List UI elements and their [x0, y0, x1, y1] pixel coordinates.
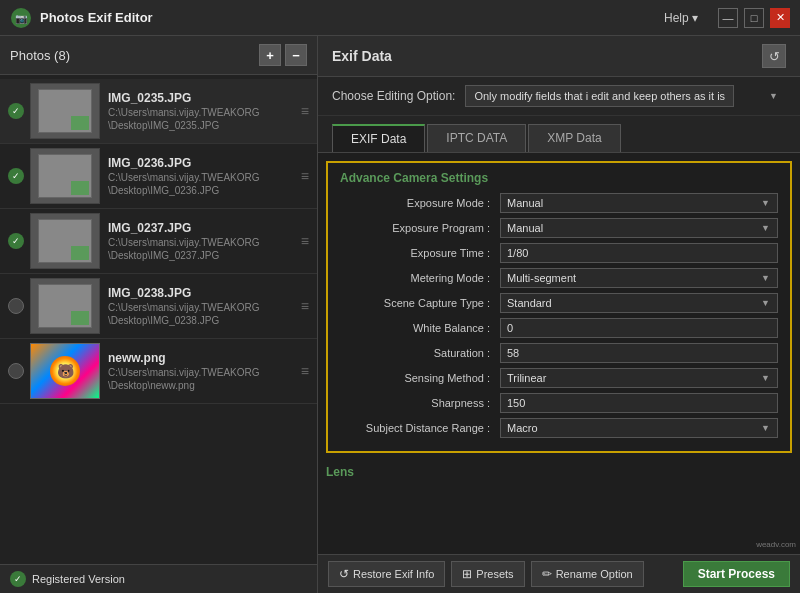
exif-content: Advance Camera Settings Exposure Mode : …	[318, 153, 800, 554]
photo-checkbox[interactable]: ✓	[8, 168, 24, 184]
main-container: Photos (8) + − ✓ IMG_0235.JPG C:\Users\m…	[0, 36, 800, 593]
sensing-method-label: Sensing Method :	[340, 372, 500, 384]
advance-camera-section: Advance Camera Settings Exposure Mode : …	[326, 161, 792, 453]
exposure-program-label: Exposure Program :	[340, 222, 500, 234]
exif-row-sensing-method: Sensing Method : Trilinear One-chip colo…	[340, 368, 778, 388]
photo-checkbox[interactable]: ✓	[8, 103, 24, 119]
list-item[interactable]: IMG_0238.JPG C:\Users\mansi.vijay.TWEAKO…	[0, 274, 317, 339]
presets-icon: ⊞	[462, 567, 472, 581]
white-balance-input[interactable]	[500, 318, 778, 338]
exif-row-exposure-mode: Exposure Mode : Manual Auto	[340, 193, 778, 213]
photo-info: IMG_0236.JPG C:\Users\mansi.vijay.TWEAKO…	[108, 156, 297, 196]
tabs-row: EXIF Data IPTC DATA XMP Data	[318, 116, 800, 153]
add-photo-button[interactable]: +	[259, 44, 281, 66]
subject-distance-select[interactable]: Macro Close Distant	[500, 418, 778, 438]
svg-text:📷: 📷	[15, 12, 28, 25]
saturation-label: Saturation :	[340, 347, 500, 359]
exposure-time-label: Exposure Time :	[340, 247, 500, 259]
exposure-mode-label: Exposure Mode :	[340, 197, 500, 209]
bottom-toolbar: ↺ Restore Exif Info ⊞ Presets ✏ Rename O…	[318, 554, 800, 593]
sharpness-value	[500, 393, 778, 413]
exif-row-saturation: Saturation :	[340, 343, 778, 363]
refresh-button[interactable]: ↺	[762, 44, 786, 68]
tab-iptc-data[interactable]: IPTC DATA	[427, 124, 526, 152]
photo-menu-icon[interactable]: ≡	[301, 103, 309, 119]
list-item[interactable]: ✓ IMG_0237.JPG C:\Users\mansi.vijay.TWEA…	[0, 209, 317, 274]
status-label: Registered Version	[32, 573, 125, 585]
photo-path: C:\Users\mansi.vijay.TWEAKORG	[108, 172, 297, 183]
remove-photo-button[interactable]: −	[285, 44, 307, 66]
exif-data-title: Exif Data	[332, 48, 392, 64]
tab-xmp-data[interactable]: XMP Data	[528, 124, 620, 152]
photo-thumbnail: 🐻	[30, 343, 100, 399]
right-panel: Exif Data ↺ Choose Editing Option: Only …	[318, 36, 800, 593]
photo-thumbnail	[30, 213, 100, 269]
start-process-button[interactable]: Start Process	[683, 561, 790, 587]
photo-path: C:\Users\mansi.vijay.TWEAKORG	[108, 302, 297, 313]
metering-mode-select[interactable]: Multi-segment Center-weighted Spot	[500, 268, 778, 288]
photo-thumbnail	[30, 278, 100, 334]
photo-path: C:\Users\mansi.vijay.TWEAKORG	[108, 237, 297, 248]
photo-info: IMG_0237.JPG C:\Users\mansi.vijay.TWEAKO…	[108, 221, 297, 261]
minimize-button[interactable]: —	[718, 8, 738, 28]
rename-label: Rename Option	[556, 568, 633, 580]
scene-capture-label: Scene Capture Type :	[340, 297, 500, 309]
editing-option-row: Choose Editing Option: Only modify field…	[318, 77, 800, 116]
presets-button[interactable]: ⊞ Presets	[451, 561, 524, 587]
right-panel-header: Exif Data ↺	[318, 36, 800, 77]
restore-label: Restore Exif Info	[353, 568, 434, 580]
photo-checkbox[interactable]	[8, 363, 24, 379]
photo-path-2: \Desktop\IMG_0236.JPG	[108, 185, 297, 196]
metering-mode-wrapper: Multi-segment Center-weighted Spot	[500, 268, 778, 288]
exposure-time-input[interactable]	[500, 243, 778, 263]
rename-icon: ✏	[542, 567, 552, 581]
rename-option-button[interactable]: ✏ Rename Option	[531, 561, 644, 587]
presets-label: Presets	[476, 568, 513, 580]
help-button[interactable]: Help ▾	[664, 11, 698, 25]
photo-checkbox[interactable]	[8, 298, 24, 314]
white-balance-value	[500, 318, 778, 338]
status-bar: ✓ Registered Version	[0, 564, 317, 593]
maximize-button[interactable]: □	[744, 8, 764, 28]
exif-row-sharpness: Sharpness :	[340, 393, 778, 413]
list-item[interactable]: ✓ IMG_0235.JPG C:\Users\mansi.vijay.TWEA…	[0, 79, 317, 144]
scene-capture-select[interactable]: Standard Landscape Portrait	[500, 293, 778, 313]
watermark: weadv.com	[756, 540, 796, 549]
editing-option-wrapper: Only modify fields that i edit and keep …	[465, 85, 786, 107]
window-controls: Help ▾ — □ ✕	[664, 8, 790, 28]
left-panel: Photos (8) + − ✓ IMG_0235.JPG C:\Users\m…	[0, 36, 318, 593]
exif-row-exposure-program: Exposure Program : Manual Program AE	[340, 218, 778, 238]
saturation-input[interactable]	[500, 343, 778, 363]
exposure-mode-wrapper: Manual Auto	[500, 193, 778, 213]
tab-exif-data[interactable]: EXIF Data	[332, 124, 425, 152]
photo-path: C:\Users\mansi.vijay.TWEAKORG	[108, 367, 297, 378]
photo-menu-icon[interactable]: ≡	[301, 363, 309, 379]
photo-menu-icon[interactable]: ≡	[301, 233, 309, 249]
photo-checkbox[interactable]: ✓	[8, 233, 24, 249]
exif-row-metering-mode: Metering Mode : Multi-segment Center-wei…	[340, 268, 778, 288]
photo-menu-icon[interactable]: ≡	[301, 298, 309, 314]
photos-panel-header: Photos (8) + −	[0, 36, 317, 75]
photo-name: IMG_0237.JPG	[108, 221, 297, 235]
photo-info: IMG_0235.JPG C:\Users\mansi.vijay.TWEAKO…	[108, 91, 297, 131]
sensing-method-select[interactable]: Trilinear One-chip color area Two-chip c…	[500, 368, 778, 388]
restore-exif-button[interactable]: ↺ Restore Exif Info	[328, 561, 445, 587]
close-button[interactable]: ✕	[770, 8, 790, 28]
photo-thumbnail	[30, 148, 100, 204]
metering-mode-label: Metering Mode :	[340, 272, 500, 284]
exposure-program-wrapper: Manual Program AE	[500, 218, 778, 238]
photo-menu-icon[interactable]: ≡	[301, 168, 309, 184]
sensing-method-wrapper: Trilinear One-chip color area Two-chip c…	[500, 368, 778, 388]
exposure-program-select[interactable]: Manual Program AE	[500, 218, 778, 238]
exposure-mode-select[interactable]: Manual Auto	[500, 193, 778, 213]
list-item[interactable]: ✓ IMG_0236.JPG C:\Users\mansi.vijay.TWEA…	[0, 144, 317, 209]
editing-option-select[interactable]: Only modify fields that i edit and keep …	[465, 85, 734, 107]
sharpness-input[interactable]	[500, 393, 778, 413]
photo-path-2: \Desktop\IMG_0235.JPG	[108, 120, 297, 131]
restore-icon: ↺	[339, 567, 349, 581]
app-title: Photos Exif Editor	[40, 10, 664, 25]
section-title: Advance Camera Settings	[340, 171, 778, 185]
list-item[interactable]: 🐻 neww.png C:\Users\mansi.vijay.TWEAKORG…	[0, 339, 317, 404]
lens-section-title: Lens	[326, 461, 792, 483]
photos-panel-actions: + −	[259, 44, 307, 66]
